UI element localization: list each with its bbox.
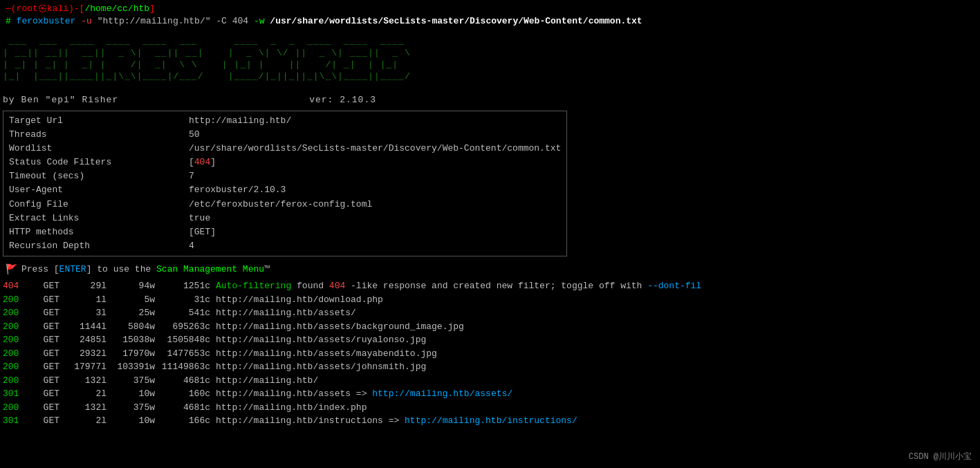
url-col-3: http://mailing.htb/assets/background_ima…	[216, 320, 977, 334]
lines-col-7: 132l	[71, 374, 112, 388]
enter-key: ENTER	[59, 264, 86, 274]
result-row-7: 200 GET 132l 375w 4681c http://mailing.h…	[0, 374, 980, 388]
status-col-6: 200	[3, 360, 29, 374]
value-recursion-depth: 4	[189, 239, 194, 253]
value-config-file: /etc/feroxbuster/ferox-config.toml	[189, 198, 372, 212]
status-col-10: 301	[3, 414, 29, 428]
lines-col-10: 2l	[71, 414, 112, 428]
value-target-url: http://mailing.htb/	[189, 114, 291, 128]
chars-col-10: 166c	[160, 414, 216, 428]
result-row-3: 200 GET 1144l 5804w 695263c http://maili…	[0, 320, 980, 334]
lines-col-1: 1l	[71, 293, 112, 307]
lines-col-5: 2932l	[71, 347, 112, 361]
info-row-http-methods: HTTP methods [GET]	[9, 225, 561, 239]
lines-col-6: 17977l	[71, 360, 112, 374]
ascii-art-area: ___ ___ ____ ____ ____ ___ ____ _ _ ____…	[0, 30, 980, 107]
method-col-5: GET	[29, 347, 71, 361]
url-col-2: http://mailing.htb/assets/	[216, 306, 977, 320]
url-col-7: http://mailing.htb/	[216, 374, 977, 388]
method-col-6: GET	[29, 360, 71, 374]
prompt-area: ─(root㉿kali)-[/home/cc/htb] # feroxbuste…	[0, 0, 980, 30]
status-col-2: 200	[3, 306, 29, 320]
filter-404-text: 404	[329, 281, 345, 291]
label-extract-links: Extract Links	[9, 212, 189, 225]
lines-col-0: 29l	[71, 279, 112, 293]
ascii-line-3: | _| | _| | _| | /| _| \ \ | |_| | || /|…	[3, 59, 977, 71]
result-row-2: 200 GET 3l 25w 541c http://mailing.htb/a…	[0, 306, 980, 320]
result-row-10: 301 GET 2l 10w 166c http://mailing.htb/i…	[0, 414, 980, 428]
value-extract-links: true	[189, 212, 210, 225]
filter-flag-text: --dont-fil	[647, 281, 701, 291]
url-col-10: http://mailing.htb/instructions => http:…	[216, 414, 977, 428]
method-col-7: GET	[29, 374, 71, 388]
label-status-filters: Status Code Filters	[9, 156, 189, 169]
chars-col-2: 541c	[160, 306, 216, 320]
words-col-8: 10w	[112, 387, 160, 401]
chars-col-7: 4681c	[160, 374, 216, 388]
result-row-8: 301 GET 2l 10w 160c http://mailing.htb/a…	[0, 387, 980, 401]
chars-col-4: 1505848c	[160, 333, 216, 347]
result-row-9: 200 GET 132l 375w 4681c http://mailing.h…	[0, 401, 980, 415]
status-col-5: 200	[3, 347, 29, 361]
ascii-line-1: ___ ___ ____ ____ ____ ___ ____ _ _ ____…	[3, 36, 977, 48]
info-row-threads: Threads 50	[9, 128, 561, 142]
info-row-recursion-depth: Recursion Depth 4	[9, 239, 561, 253]
result-row-6: 200 GET 17977l 103391w 11149863c http://…	[0, 360, 980, 374]
info-row-status-filters: Status Code Filters [404]	[9, 156, 561, 169]
method-col-4: GET	[29, 333, 71, 347]
press-text: Press [ENTER] to use the Scan Management…	[21, 264, 270, 274]
value-threads: 50	[189, 128, 200, 142]
method-col-9: GET	[29, 401, 71, 415]
info-row-extract-links: Extract Links true	[9, 212, 561, 225]
url-col-6: http://mailing.htb/assets/johnsmith.jpg	[216, 360, 977, 374]
words-col-10: 10w	[112, 414, 160, 428]
lines-col-2: 3l	[71, 306, 112, 320]
words-col-3: 5804w	[112, 320, 160, 334]
label-timeout: Timeout (secs)	[9, 169, 189, 183]
press-enter-line: 🚩 Press [ENTER] to use the Scan Manageme…	[0, 259, 980, 279]
subtitle-version: ver: 2.10.3	[309, 95, 376, 106]
prompt-line-1: ─(root㉿kali)-[/home/cc/htb]	[6, 3, 974, 15]
lines-col-8: 2l	[71, 387, 112, 401]
status-col-4: 200	[3, 333, 29, 347]
result-row-5: 200 GET 2932l 17970w 1477653c http://mai…	[0, 347, 980, 361]
info-row-wordlist: Wordlist /usr/share/wordlists/SecLists-m…	[9, 142, 561, 156]
value-wordlist: /usr/share/wordlists/SecLists-master/Dis…	[189, 142, 561, 156]
lines-col-3: 1144l	[71, 320, 112, 334]
value-http-methods: [GET]	[189, 225, 216, 239]
auto-filter-msg2: -like response and created new filter; t…	[351, 281, 647, 291]
method-col-10: GET	[29, 414, 71, 428]
ascii-line-4: |_| |___||____||_|\_\|____|/___/ |____/|…	[3, 71, 977, 83]
words-col-7: 375w	[112, 374, 160, 388]
label-wordlist: Wordlist	[9, 142, 189, 156]
url-col-8: http://mailing.htb/assets => http://mail…	[216, 387, 977, 401]
method-col-1: GET	[29, 293, 71, 307]
status-col-3: 200	[3, 320, 29, 334]
info-row-config-file: Config File /etc/feroxbuster/ferox-confi…	[9, 198, 561, 212]
words-col-0: 94w	[112, 279, 160, 293]
result-row-4: 200 GET 2485l 15038w 1505848c http://mai…	[0, 333, 980, 347]
chars-col-1: 31c	[160, 293, 216, 307]
url-col-4: http://mailing.htb/assets/ruyalonso.jpg	[216, 333, 977, 347]
words-col-5: 17970w	[112, 347, 160, 361]
redirect-url-8: http://mailing.htb/assets/	[372, 389, 512, 399]
label-user-agent: User-Agent	[9, 183, 189, 197]
status-filter-code: 404	[194, 157, 210, 167]
value-user-agent: feroxbuster/2.10.3	[189, 183, 286, 197]
label-recursion-depth: Recursion Depth	[9, 239, 189, 253]
result-row-0: 404 GET 29l 94w 1251c Auto-filtering fou…	[0, 279, 980, 293]
auto-filter-msg: found	[297, 281, 329, 291]
words-col-2: 25w	[112, 306, 160, 320]
method-col-2: GET	[29, 306, 71, 320]
prompt-line-2: # feroxbuster -u "http://mailing.htb/" -…	[6, 15, 974, 28]
ascii-subtitle: by Ben "epi" Risher ver: 2.10.3	[3, 95, 376, 106]
words-col-1: 5w	[112, 293, 160, 307]
chars-col-8: 160c	[160, 387, 216, 401]
words-col-6: 103391w	[112, 360, 160, 374]
info-table: Target Url http://mailing.htb/ Threads 5…	[3, 111, 567, 256]
results-area: 404 GET 29l 94w 1251c Auto-filtering fou…	[0, 279, 980, 428]
url-col-0: Auto-filtering found 404 -like response …	[216, 279, 977, 293]
status-col-1: 200	[3, 293, 29, 307]
prompt-bracket: ]	[149, 3, 155, 14]
url-col-1: http://mailing.htb/download.php	[216, 293, 977, 307]
